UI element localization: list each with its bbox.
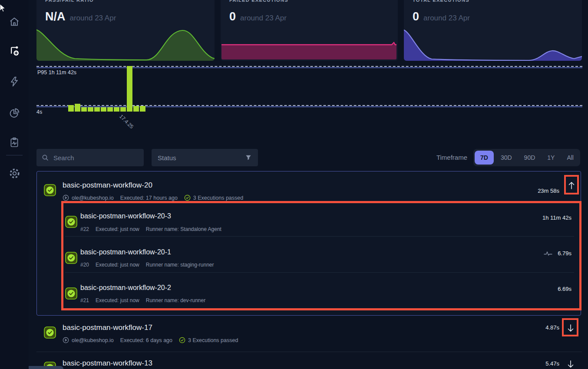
timeframe-option-90d[interactable]: 90D (519, 151, 541, 165)
execution-runner: Runner name: dev-runner (146, 297, 205, 303)
total-executions-sparkline (404, 24, 582, 61)
execution-meta: #22 Executed: just now Runner name: Stan… (80, 226, 221, 232)
workflow-duration: 23m 58s (538, 188, 559, 194)
card-title: FAILED EXECUTIONS (229, 0, 389, 3)
execution-executed: Executed: just now (96, 297, 139, 303)
workflow-title[interactable]: basic-postman-workflow-20 (63, 181, 152, 190)
status-passed-icon (44, 326, 56, 339)
execution-duration: 6.69s (558, 286, 571, 292)
duration-bar (114, 107, 119, 112)
workflow-card-basic-postman-workflow-20[interactable] (36, 171, 581, 316)
x-axis-tick-label: 17.4.25 (118, 113, 135, 130)
execution-meta: #20 Executed: just now Runner name: stag… (80, 262, 214, 268)
execution-run-number: #20 (80, 262, 89, 268)
execution-duration: 6.79s (544, 250, 571, 257)
duration-bar (94, 107, 100, 112)
status-passed-icon (65, 287, 77, 300)
card-subtitle: around 23 Apr (70, 14, 116, 23)
duration-bar (127, 66, 132, 112)
duration-bar (140, 106, 145, 112)
insights-icon[interactable] (8, 107, 20, 119)
arrow-down-icon (566, 323, 575, 333)
execution-meta: #21 Executed: just now Runner name: dev-… (80, 297, 205, 303)
timeframe-label: Timeframe (436, 154, 467, 161)
sparkline-line (221, 43, 396, 45)
duration-bars (68, 66, 145, 112)
collapse-arrow-button[interactable] (567, 180, 576, 191)
workflow-executed: Executed: 6 days ago (120, 337, 172, 343)
execution-executed: Executed: just now (96, 226, 139, 232)
workflow-title[interactable]: basic-postman-workflow-17 (63, 323, 152, 332)
play-circle-icon (63, 337, 69, 343)
min-duration-label: 4s (36, 109, 42, 115)
pulse-icon (544, 250, 552, 256)
execution-run-number: #21 (80, 297, 89, 303)
play-circle-icon (63, 194, 69, 201)
duration-bar (88, 107, 93, 112)
workflow-author: ole@kubeshop.io (63, 337, 114, 343)
card-title: TOTAL EXECUTIONS (413, 0, 573, 3)
sparkline-area (36, 30, 215, 61)
row-divider (65, 272, 574, 273)
card-value: N/A (45, 10, 66, 23)
pass-fail-sparkline (36, 24, 215, 61)
test-workflows-icon[interactable] (8, 45, 20, 57)
row-divider (65, 236, 574, 237)
test-reports-icon[interactable] (8, 136, 20, 148)
card-value: 0 (229, 10, 236, 23)
workflow-status-summary: 3 Executions passed (179, 337, 238, 343)
workflow-executed: Executed: 17 hours ago (120, 195, 178, 201)
workflow-meta: ole@kubeshop.io Executed: 6 days ago 3 E… (63, 337, 238, 343)
execution-title[interactable]: basic-postman-workflow-20-2 (80, 284, 171, 292)
arrow-up-icon (567, 181, 576, 190)
status-filter-dropdown[interactable]: Status (152, 149, 258, 166)
execution-runner: Runner name: Standalone Agent (146, 226, 221, 232)
duration-bar (107, 107, 113, 112)
status-passed-icon (65, 216, 77, 228)
expand-arrow-button[interactable] (566, 359, 575, 369)
arrow-down-icon (566, 359, 575, 369)
card-value: 0 (413, 10, 419, 23)
execution-title[interactable]: basic-postman-workflow-20-3 (80, 212, 171, 220)
triggers-icon[interactable] (8, 76, 20, 88)
timeframe-option-7d[interactable]: 7D (475, 151, 494, 165)
mouse-cursor-icon (0, 3, 6, 15)
timeframe-option-1y[interactable]: 1Y (542, 151, 560, 165)
duration-bar (120, 107, 126, 112)
timeframe-option-30d[interactable]: 30D (496, 151, 517, 165)
workflow-author: ole@kubeshop.io (63, 194, 114, 201)
failed-executions-sparkline (221, 24, 398, 61)
workflow-meta: ole@kubeshop.io Executed: 17 hours ago 3… (63, 194, 243, 201)
execution-run-number: #22 (80, 226, 89, 232)
sparkline-area (404, 30, 582, 61)
search-icon (42, 154, 49, 161)
workflow-duration: 5.47s (545, 360, 559, 367)
row-divider (36, 352, 582, 352)
check-circle-icon (179, 337, 185, 343)
card-title: PASS/FAIL RATIO (45, 0, 206, 3)
execution-runner: Runner name: staging-runner (146, 262, 214, 268)
workflow-title[interactable]: basic-postman-workflow-13 (63, 359, 152, 368)
card-total-executions: TOTAL EXECUTIONS 0 around 23 Apr (404, 0, 582, 61)
card-subtitle: around 23 Apr (240, 14, 287, 23)
execution-title[interactable]: basic-postman-workflow-20-1 (80, 248, 171, 256)
duration-bar (68, 105, 74, 112)
filter-funnel-icon (245, 154, 252, 161)
sidebar (0, 0, 29, 369)
timeframe-segmented-control: 7D 30D 90D 1Y All (473, 149, 580, 166)
timeframe-option-all[interactable]: All (562, 151, 579, 165)
expand-arrow-button[interactable] (566, 323, 575, 333)
settings-gear-icon[interactable] (8, 167, 20, 179)
check-circle-icon (184, 194, 191, 201)
status-passed-icon (65, 252, 77, 264)
card-pass-fail-ratio: PASS/FAIL RATIO N/A around 23 Apr (36, 0, 215, 61)
execution-duration: 1h 11m 42s (542, 214, 571, 221)
sidebar-divider (6, 155, 23, 155)
workflow-status-summary: 3 Executions passed (184, 194, 243, 201)
home-icon[interactable] (8, 16, 20, 28)
card-subtitle: around 23 Apr (423, 14, 470, 23)
search-box[interactable] (36, 149, 144, 166)
status-passed-icon (44, 184, 56, 196)
search-input[interactable] (53, 154, 139, 162)
workflow-duration: 4.87s (545, 324, 559, 331)
